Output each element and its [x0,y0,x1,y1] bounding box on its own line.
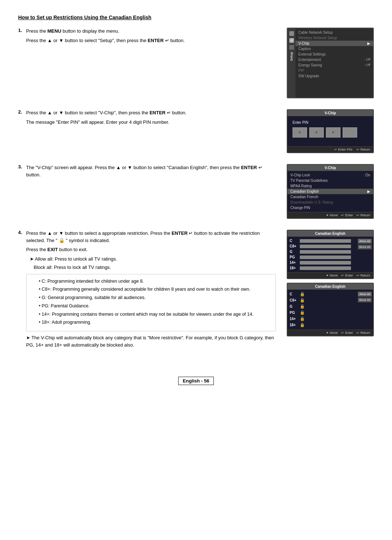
text-col-2: 2. Press the ▲ or ▼ button to select "V-… [18,109,279,130]
pin-boxes: • • • [293,127,368,138]
rating-screen-empty: Canadian English C C8+ [287,230,374,279]
block-all-btn[interactable]: Block All [358,245,372,249]
footer-move-3: ✦ Move [326,213,338,217]
screen-col-2: V-Chip Enter PIN • • • ↵ Enter PIN [287,109,374,153]
menu-item-energy: Energy Saving: Off [295,62,373,68]
step-3-text1: The "V-Chip" screen will appear. Press t… [26,164,276,178]
setup-screen: ⚙ Setup Cable Network Setup Wireless Net… [287,28,374,98]
setup-sidebar: ⚙ Setup [287,28,295,98]
rating-18-row: 18+ [290,265,351,271]
section-3: 3. The "V-Chip" screen will appear. Pres… [18,164,374,219]
rating-screen-locked: Canadian English C 🔒 C8+ 🔒 [287,283,374,336]
rating-g-row: G [290,249,351,254]
rating-c8-row: C8+ [290,244,351,249]
pin-box-4 [343,127,357,138]
step-2-text1: Press the ▲ or ▼ button to select "V-Chi… [26,109,187,116]
info-box: • C: Programming intended for children u… [26,274,276,332]
page-heading: How to Set up Restrictions Using the Can… [18,15,374,20]
menu-item-caption: Caption [295,46,373,52]
text-col-3: 3. The "V-Chip" screen will appear. Pres… [18,164,279,183]
rating-title-4: Canadian English [287,230,373,237]
section-4: 4. Press the ▲ or ▼ button to select a a… [18,230,374,353]
vchip-pin-screen: V-Chip Enter PIN • • • ↵ Enter PIN [287,109,374,153]
menu-item-pip: PIP [295,68,373,73]
step-number-2: 2. [18,109,24,128]
menu-item-entertainment: Entertainment: Off [295,57,373,62]
locked-14-row: 14+ 🔒 [290,316,351,322]
setup-menu-list: Cable Network Setup Wireless Network Set… [295,28,373,98]
locked-18-row: 18+ 🔒 [290,322,351,328]
sidebar-setup-label: Setup [290,52,293,61]
footer-enter-pin: ↵ Enter PIN [334,148,352,151]
page-container: How to Set up Restrictions Using the Can… [18,15,374,384]
step-number-1: 1. [18,28,24,46]
allow-all-btn-2[interactable]: Allow All [358,292,372,296]
step-1-text2: Press the ▲ or ▼ button to select "Setup… [26,37,185,44]
step-number-4: 4. [18,230,24,351]
step-number-3: 3. [18,164,24,180]
text-col-1: 1. Press the MENU button to display the … [18,28,279,48]
vchip-menu-title: V-Chip [287,165,373,171]
locked-pg-row: PG 🔒 [290,310,351,316]
step-2-text2: The message "Enter PIN" will appear. Ent… [26,119,187,126]
info-item-pg: • PG: Parental Guidance. [39,303,270,310]
vchip-lock-item: V-Chip Lock: On [287,172,373,178]
rating-c-row: C [290,238,351,244]
text-col-4: 4. Press the ▲ or ▼ button to select a a… [18,230,279,353]
section-2: 2. Press the ▲ or ▼ button to select "V-… [18,109,374,153]
rating-pg-row: PG [290,254,351,260]
pin-box-3: • [326,127,340,138]
rating-14-row: 14+ [290,260,351,265]
arrow-bullet-1: ➤ Allow all: Press to unlock all TV rati… [30,255,276,263]
content-area: 1. Press the MENU button to display the … [18,28,374,364]
pin-box-1: • [293,127,307,138]
menu-item-wireless: Wireless Network Setup [295,35,373,41]
pin-box-2: • [309,127,324,138]
rating-footer-5: ✦ Move ↵ Enter ↩ Return [287,330,373,336]
downloadable-item: Downloadable U.S. Rating [287,200,373,205]
menu-item-vchip: V-Chip ▶ [295,41,373,46]
info-item-g: • G: General programming, suitable for a… [39,294,270,301]
section-1: 1. Press the MENU button to display the … [18,28,374,98]
menu-item-cable: Cable Network Setup [295,30,373,35]
screen-col-3: V-Chip V-Chip Lock: On TV Parental Guide… [287,164,374,219]
info-item-18: • 18+: Adult programming. [39,319,270,326]
block-all-btn-2[interactable]: Block All [358,298,372,302]
screen-col-1: ⚙ Setup Cable Network Setup Wireless Net… [287,28,374,98]
page-footer: English - 56 [18,378,374,384]
menu-item-external: External Settings [295,52,373,57]
vchip-pin-title: V-Chip [287,110,373,116]
canadian-french-item: Canadian French [287,194,373,200]
footer-enter-3: ↵ Enter [341,213,353,217]
change-pin-item: Change PIN [287,205,373,210]
footer-return-pin: ↩ Return [356,148,370,151]
enter-pin-label: Enter PIN [293,120,368,124]
info-item-c8: • C8+: Programming generally considered … [39,286,270,293]
tv-parental-item: TV Parental Guidelines [287,178,373,183]
menu-item-sw: SW Upgrade [295,73,373,79]
rating-footer-4: ✦ Move ↵ Enter ↩ Return [287,272,373,278]
locked-g-row: G 🔒 [290,303,351,310]
vchip-menu-screen: V-Chip V-Chip Lock: On TV Parental Guide… [287,164,374,219]
step-4-text1: Press the ▲ or ▼ button to select a appr… [26,230,276,244]
footer-text: English - 56 [178,377,214,385]
canadian-english-item: Canadian English▶ [287,189,373,194]
info-item-c: • C: Programming intended for children u… [39,278,270,285]
rating-title-5: Canadian English [287,283,373,290]
locked-c8-row: C8+ 🔒 [290,297,351,303]
vchip-pin-footer: ↵ Enter PIN ↩ Return [287,146,373,152]
step-1-text1: Press the MENU button to display the men… [26,28,185,35]
note-text: ➤ The V-Chip will automatically block an… [26,334,276,348]
locked-c-row: C 🔒 [290,291,351,297]
footer-return-3: ↩ Return [356,213,370,217]
allow-all-btn[interactable]: Allow All [358,239,372,244]
vchip-menu-footer: ✦ Move ↵ Enter ↩ Return [287,212,373,218]
info-item-14: • 14+: Programming contains themes or co… [39,311,270,318]
mpaa-item: MPAA Rating [287,183,373,189]
arrow-bullet-2: Block all: Press to lock all TV ratings. [30,264,276,271]
screen-col-4: Canadian English C C8+ [287,230,374,336]
step-4-text2: Press the EXIT button to exit. [26,246,276,253]
